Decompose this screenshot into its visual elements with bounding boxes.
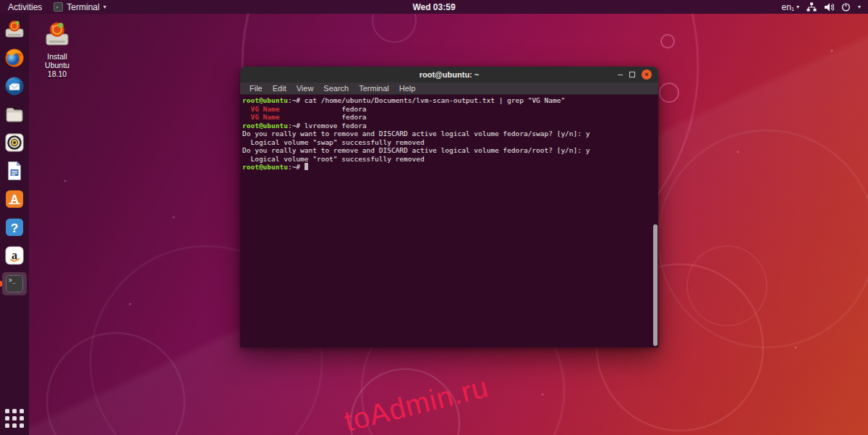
show-apps-button[interactable] [5,409,25,429]
desktop-icon-install-ubuntu[interactable]: Install Ubuntu 18.10 [34,20,80,78]
svg-text:?: ? [11,221,18,235]
window-title: root@ubuntu: ~ [240,70,658,79]
watermark: toAdmin.ru [341,371,492,435]
dock: A ? a >_ [0,14,29,435]
terminal-icon: >_ [4,273,25,295]
chevron-down-icon: ▾ [103,4,106,10]
svg-text:a: a [12,249,17,261]
dock-item-help[interactable]: ? [0,215,29,240]
maximize-button[interactable] [629,72,635,77]
terminal-menubar: File Edit View Search Terminal Help [240,83,658,95]
terminal-line: Do you really want to remove and DISCARD… [242,130,658,138]
firefox-icon [4,47,25,69]
app-menu-label: Terminal [67,2,99,12]
menu-view[interactable]: View [292,84,319,93]
terminal-line: Do you really want to remove and DISCARD… [242,146,658,155]
dock-item-install-ubuntu[interactable] [0,17,29,42]
desktop-icon-label: Install Ubuntu 18.10 [34,52,80,78]
dock-item-amazon[interactable]: a [0,243,29,268]
terminal-line: Logical volume "swap" successfully remov… [242,138,658,147]
dock-item-files[interactable] [0,102,29,127]
dock-item-rhythmbox[interactable] [0,130,29,155]
install-ubuntu-icon [4,19,25,41]
terminal-line: root@ubuntu:~# [242,163,658,172]
input-source-indicator[interactable]: en₁ ▾ [782,2,799,12]
files-icon [4,104,25,125]
chevron-down-icon[interactable]: ▾ [858,4,861,10]
desktop: toAdmin.ru Install Ubuntu 18.10 Activiti… [0,0,868,435]
amazon-icon: a [4,245,25,266]
window-controls: – × [618,69,658,80]
ubuntu-software-icon: A [4,188,25,210]
power-icon[interactable] [841,2,851,12]
help-icon: ? [4,216,25,238]
terminal-mini-icon: > [54,2,63,12]
terminal-line: root@ubuntu:~# lvremove fedora [242,122,658,130]
terminal-titlebar[interactable]: root@ubuntu: ~ – × [240,67,658,83]
libreoffice-writer-icon [4,160,25,182]
terminal-line: VG Name fedora [242,113,658,122]
terminal-line: root@ubuntu:~# cat /home/ubuntu/Document… [242,96,658,105]
menu-file[interactable]: File [244,84,268,93]
thunderbird-icon [4,75,25,97]
terminal-line: Logical volume "root" successfully remov… [242,155,658,164]
top-bar: Activities > Terminal ▾ Wed 03:59 en₁ ▾ [0,0,868,14]
dock-item-libreoffice-writer[interactable] [0,159,29,183]
activities-button[interactable]: Activities [7,2,43,12]
menu-edit[interactable]: Edit [268,84,292,93]
close-button[interactable]: × [642,69,652,80]
minimize-button[interactable]: – [618,71,623,78]
svg-text:>_: >_ [9,277,16,284]
dock-item-terminal[interactable]: >_ [0,271,29,296]
install-ubuntu-icon [41,20,73,48]
menu-terminal[interactable]: Terminal [354,84,394,93]
menu-help[interactable]: Help [394,84,421,93]
terminal-line: VG Name fedora [242,105,658,114]
terminal-content[interactable]: root@ubuntu:~# cat /home/ubuntu/Document… [240,95,658,347]
dock-item-ubuntu-software[interactable]: A [0,187,29,211]
clock[interactable]: Wed 03:59 [0,2,868,12]
terminal-window: root@ubuntu: ~ – × File Edit View Search… [240,67,658,347]
dock-item-thunderbird[interactable] [0,74,29,98]
app-menu[interactable]: > Terminal ▾ [54,2,106,12]
network-icon [807,2,817,12]
dock-item-firefox[interactable] [0,46,29,70]
terminal-scrollbar[interactable] [652,95,658,347]
volume-icon [824,3,834,12]
menu-search[interactable]: Search [318,84,354,93]
rhythmbox-icon [4,132,25,153]
chevron-down-icon: ▾ [796,4,799,10]
scrollbar-thumb[interactable] [653,224,658,346]
